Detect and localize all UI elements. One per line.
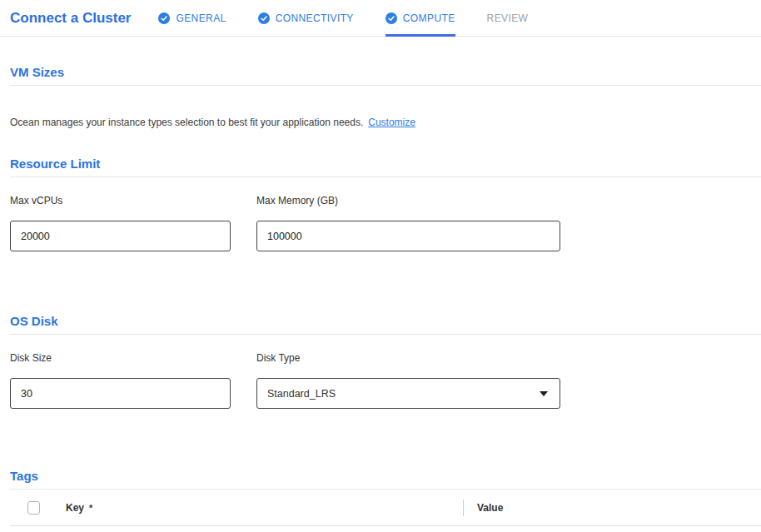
disk-size-input[interactable] [10, 378, 231, 409]
max-vcpus-label: Max vCPUs [10, 195, 231, 206]
vm-sizes-description-text: Ocean manages your instance types select… [10, 117, 363, 128]
disk-type-select[interactable]: Standard_LRS [256, 378, 560, 409]
section-vm-sizes: VM Sizes Ocean manages your instance typ… [10, 65, 761, 129]
tab-label: CONNECTIVITY [276, 12, 354, 24]
column-divider [463, 500, 464, 516]
key-column-label: Key [66, 502, 84, 514]
section-os-disk: OS Disk Disk Size Disk Type Standard_LRS [10, 314, 761, 409]
check-circle-icon [158, 12, 170, 24]
max-vcpus-field-group: Max vCPUs [10, 195, 231, 251]
page-title: Connect a Cluster [10, 10, 131, 27]
tab-label: GENERAL [176, 12, 226, 24]
tags-table-header: Key* Value [10, 490, 761, 526]
max-vcpus-input[interactable] [10, 221, 231, 251]
caret-down-icon [540, 391, 548, 396]
max-memory-input[interactable] [256, 221, 560, 251]
disk-type-label: Disk Type [256, 352, 560, 364]
section-tags: Tags Key* Value [10, 469, 761, 526]
tags-key-column-header: Key* [66, 502, 92, 514]
tab-review[interactable]: REVIEW [487, 0, 529, 36]
required-asterisk: * [89, 503, 92, 513]
disk-type-selected-value: Standard_LRS [267, 388, 336, 400]
os-disk-heading: OS Disk [10, 314, 761, 335]
tags-heading: Tags [10, 469, 761, 490]
customize-link[interactable]: Customize [368, 117, 415, 128]
tab-compute[interactable]: COMPUTE [385, 0, 455, 36]
wizard-tabs: GENERAL CONNECTIVITY COMPUTE REVIEW [158, 0, 528, 36]
check-circle-icon [385, 12, 397, 24]
section-resource-limit: Resource Limit Max vCPUs Max Memory (GB) [10, 157, 761, 251]
resource-limit-fields: Max vCPUs Max Memory (GB) [10, 195, 761, 251]
tab-label: COMPUTE [403, 12, 455, 24]
max-memory-label: Max Memory (GB) [256, 195, 560, 206]
tab-connectivity[interactable]: CONNECTIVITY [258, 0, 354, 36]
tab-general[interactable]: GENERAL [158, 0, 226, 36]
disk-size-field-group: Disk Size [10, 352, 231, 409]
page-content: VM Sizes Ocean manages your instance typ… [0, 65, 761, 526]
vm-sizes-heading: VM Sizes [10, 65, 761, 86]
max-memory-field-group: Max Memory (GB) [256, 195, 560, 251]
os-disk-fields: Disk Size Disk Type Standard_LRS [10, 352, 761, 409]
resource-limit-heading: Resource Limit [10, 157, 761, 177]
wizard-header: Connect a Cluster GENERAL CONNECTIVITY C… [0, 0, 761, 37]
check-circle-icon [258, 12, 270, 24]
tags-value-column-header: Value [477, 502, 503, 514]
disk-type-field-group: Disk Type Standard_LRS [256, 352, 560, 409]
tab-label: REVIEW [487, 12, 529, 24]
vm-sizes-description: Ocean manages your instance types select… [10, 117, 761, 129]
disk-size-label: Disk Size [10, 352, 231, 364]
select-all-checkbox[interactable] [27, 501, 40, 515]
